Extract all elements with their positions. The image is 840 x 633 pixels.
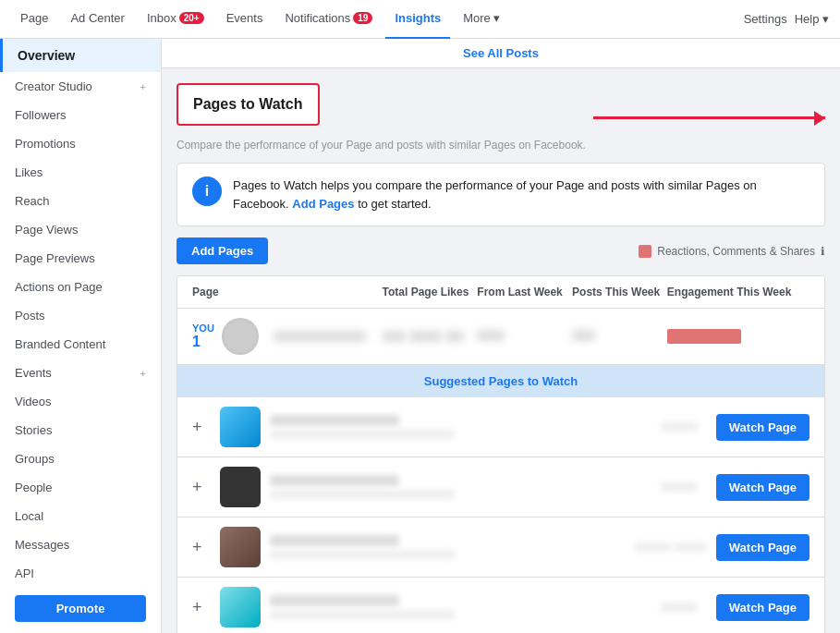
settings-link[interactable]: Settings <box>744 12 787 26</box>
add-page-0-icon[interactable]: + <box>192 418 211 437</box>
suggested-page-2-info <box>270 535 625 559</box>
info-box: i Pages to Watch helps you compare the p… <box>177 163 825 226</box>
suggested-page-2-sub <box>270 550 455 559</box>
sidebar-item-videos[interactable]: Videos <box>0 387 161 416</box>
sidebar-item-groups[interactable]: Groups <box>0 444 161 473</box>
your-total-likes <box>383 331 478 342</box>
suggested-page-1-name <box>270 475 399 486</box>
nav-notifications[interactable]: Notifications 19 <box>275 0 382 39</box>
col-engagement: Engagement This Week <box>667 286 810 298</box>
creator-studio-expand: + <box>140 81 146 92</box>
suggested-page-0-name <box>270 415 399 426</box>
legend-color-swatch <box>639 245 651 258</box>
sidebar-item-api[interactable]: API <box>0 559 161 588</box>
sidebar-item-followers[interactable]: Followers <box>0 101 161 129</box>
sidebar-item-branded-content[interactable]: Branded Content <box>0 330 161 359</box>
suggested-page-3-info <box>270 595 642 619</box>
your-page-badge-num: YOU 1 <box>192 323 214 350</box>
suggested-row-2: + Watch Page <box>177 517 824 578</box>
legend-label: Reactions, Comments & Shares <box>657 245 815 258</box>
table-header: Page Total Page Likes From Last Week Pos… <box>177 276 824 309</box>
your-from-last-week <box>477 330 572 344</box>
nav-right: Settings Help ▾ <box>744 12 829 26</box>
your-page-row: YOU 1 <box>177 309 824 365</box>
your-page-avatar <box>222 318 259 355</box>
legend-info-icon[interactable]: ℹ <box>821 245 825 258</box>
sidebar-item-people[interactable]: People <box>0 473 161 502</box>
suggested-page-2-thumb <box>220 527 261 567</box>
suggested-header: Suggested Pages to Watch <box>177 365 824 397</box>
info-icon: i <box>192 177 222 206</box>
sidebar: Overview Creator Studio + Followers Prom… <box>0 39 162 633</box>
your-page-cell: YOU 1 <box>192 318 383 355</box>
engagement-bar <box>667 329 741 344</box>
sidebar-item-reach[interactable]: Reach <box>0 187 161 215</box>
sidebar-item-likes[interactable]: Likes <box>0 158 161 187</box>
watch-page-2-button[interactable]: Watch Page <box>716 534 810 561</box>
suggested-page-2-stat <box>634 542 707 552</box>
suggested-page-3-name <box>270 595 399 606</box>
info-text-content: Pages to Watch helps you compare the per… <box>233 177 810 213</box>
main-content: See All Posts Pages to Watch Compare the… <box>162 39 840 633</box>
add-page-2-icon[interactable]: + <box>192 538 211 557</box>
sidebar-item-messages[interactable]: Messages <box>0 530 161 559</box>
sidebar-item-actions-on-page[interactable]: Actions on Page <box>0 273 161 301</box>
watch-page-3-button[interactable]: Watch Page <box>716 594 810 621</box>
section-header-row: Pages to Watch Compare the performance o… <box>177 83 825 152</box>
red-arrow <box>593 116 825 119</box>
nav-insights[interactable]: Insights <box>385 0 450 39</box>
suggested-page-2-name <box>270 535 399 546</box>
suggested-row-3: + Watch Page <box>177 578 824 633</box>
your-posts-this-week <box>572 330 667 344</box>
section-subtitle: Compare the performance of your Page and… <box>177 139 586 152</box>
watch-page-0-button[interactable]: Watch Page <box>716 414 810 441</box>
sidebar-item-page-previews[interactable]: Page Previews <box>0 244 161 273</box>
watch-page-1-button[interactable]: Watch Page <box>716 474 810 501</box>
see-all-posts-bar[interactable]: See All Posts <box>162 39 840 68</box>
notifications-badge: 19 <box>353 12 372 24</box>
suggested-page-0-info <box>270 415 642 439</box>
nav-inbox[interactable]: Inbox 20+ <box>138 0 213 39</box>
section-title: Pages to Watch <box>193 96 303 113</box>
sidebar-item-creator-studio[interactable]: Creator Studio + <box>0 72 161 101</box>
promote-button[interactable]: Promote <box>15 595 146 622</box>
suggested-page-3-thumb <box>220 587 261 627</box>
add-page-1-icon[interactable]: + <box>192 478 211 497</box>
inbox-badge: 20+ <box>179 12 204 24</box>
suggested-page-1-thumb <box>220 467 261 507</box>
add-pages-info-link[interactable]: Add Pages <box>292 197 354 211</box>
sidebar-item-promotions[interactable]: Promotions <box>0 129 161 158</box>
legend: Reactions, Comments & Shares ℹ <box>639 245 825 258</box>
your-engagement <box>667 329 810 344</box>
nav-ad-center[interactable]: Ad Center <box>61 0 134 39</box>
nav-more[interactable]: More ▾ <box>454 0 509 39</box>
suggested-row-1: + Watch Page <box>177 457 824 517</box>
manage-promotions-link[interactable]: Manage Promotions <box>0 629 161 633</box>
col-page: Page <box>192 286 383 298</box>
add-page-3-icon[interactable]: + <box>192 598 211 617</box>
help-link[interactable]: Help ▾ <box>795 12 829 26</box>
col-from-last-week: From Last Week <box>477 286 572 298</box>
sidebar-item-stories[interactable]: Stories <box>0 416 161 444</box>
suggested-page-1-sub <box>270 490 455 499</box>
nav-events[interactable]: Events <box>217 0 273 39</box>
content-area: Pages to Watch Compare the performance o… <box>162 68 840 633</box>
suggested-row-0: + Watch Page <box>177 397 824 457</box>
top-navigation: Page Ad Center Inbox 20+ Events Notifica… <box>0 0 840 39</box>
sidebar-item-page-views[interactable]: Page Views <box>0 215 161 244</box>
col-posts-this-week: Posts This Week <box>572 286 667 298</box>
suggested-page-3-stat <box>651 603 707 612</box>
add-pages-button[interactable]: Add Pages <box>177 237 268 264</box>
section-title-box: Pages to Watch <box>177 83 320 126</box>
sidebar-item-events[interactable]: Events + <box>0 359 161 387</box>
sidebar-item-posts[interactable]: Posts <box>0 301 161 330</box>
suggested-page-0-sub <box>270 430 455 439</box>
suggested-page-0-stat <box>651 422 707 432</box>
sidebar-item-local[interactable]: Local <box>0 502 161 530</box>
watch-table: Page Total Page Likes From Last Week Pos… <box>177 275 825 633</box>
pages-to-watch-header: Pages to Watch Compare the performance o… <box>177 83 586 152</box>
sidebar-item-overview[interactable]: Overview <box>0 39 161 72</box>
your-page-name-blur <box>274 331 366 342</box>
nav-page[interactable]: Page <box>11 0 57 39</box>
suggested-page-1-stat <box>651 482 707 492</box>
